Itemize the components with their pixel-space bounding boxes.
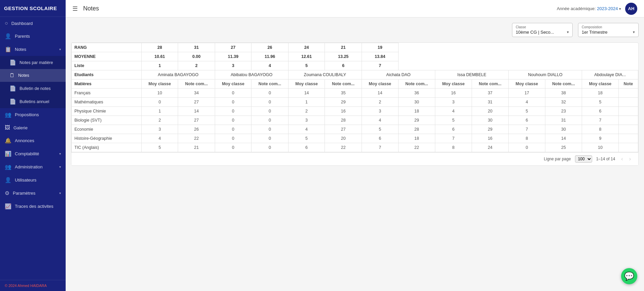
sidebar-item-notes-sub[interactable]: 🗒 Notes (0, 69, 66, 82)
classe-arrow[interactable]: ▾ (567, 30, 569, 34)
moy-4-4: 6 (435, 125, 472, 134)
col-moy-7a: Moy classe (582, 79, 619, 89)
moy-6-6: 10 (582, 143, 619, 152)
moy-2-2: 2 (288, 107, 325, 116)
note-0-3: 36 (398, 89, 435, 98)
note-0-4: 37 (472, 89, 508, 98)
moy-5-6: 9 (582, 134, 619, 143)
moy-5-3: 6 (362, 134, 398, 143)
composition-arrow[interactable]: ▾ (633, 30, 635, 34)
rows-per-page-select[interactable]: 100 50 25 (575, 155, 592, 163)
parents-icon: 👤 (5, 33, 11, 39)
administration-icon: 👥 (5, 164, 11, 170)
col-note-1a: Note com... (178, 79, 215, 89)
moy-1-5: 4 (509, 98, 545, 107)
note-1-6 (618, 98, 638, 107)
composition-label: Composistion (582, 25, 635, 29)
year-label: Année académique: 2023-2024 ▾ (557, 6, 621, 11)
note-5-5: 14 (545, 134, 582, 143)
notes-icon: 📋 (5, 46, 11, 53)
notes-table-container: RANG 28 31 27 26 24 21 19 MOYENNE 10.61 … (71, 42, 639, 166)
notes-sub-icon: 🗒 (9, 72, 15, 78)
subject-name-2: Physique Chimie (72, 107, 142, 116)
year-dropdown-icon[interactable]: ▾ (619, 7, 621, 11)
ligne-par-page-label: Ligne par page (544, 157, 571, 161)
year-value[interactable]: 2023-2024 (597, 6, 618, 11)
bulletins-annuel-icon: 📄 (9, 98, 16, 105)
topbar-title: Notes (83, 5, 551, 12)
table-row: TIC (Anglais)5210062272282402510 (72, 143, 638, 152)
sidebar-label-notes: Notes (15, 47, 56, 52)
topbar-right: Année académique: 2023-2024 ▾ AH (557, 3, 637, 15)
col-moy-2a: Moy classe (215, 79, 251, 89)
avatar[interactable]: AH (625, 3, 637, 15)
sidebar-item-annonces[interactable]: 🔔 Annonces (0, 134, 66, 147)
sidebar-item-administration[interactable]: 👥 Administration ▾ (0, 160, 66, 173)
sidebar-item-notes[interactable]: 📋 Notes ▾ (0, 43, 66, 56)
moy-4-0: 3 (141, 125, 178, 134)
moy-5-0: 4 (141, 134, 178, 143)
header-liste-row: Liste 1 2 3 4 5 6 7 (72, 61, 638, 70)
note-2-5: 23 (545, 107, 582, 116)
sidebar-label-parents: Parents (15, 34, 61, 39)
sidebar-item-propositions[interactable]: 👥 Propositions (0, 108, 66, 121)
sidebar-item-parents[interactable]: 👤 Parents (0, 30, 66, 43)
sidebar-label-administration: Administration (15, 164, 56, 169)
note-3-1: 0 (251, 116, 288, 125)
moy-2-1: 0 (215, 107, 251, 116)
liste-7: 7 (362, 61, 398, 70)
sidebar-label-propositions: Propositions (15, 112, 61, 117)
note-6-6 (618, 143, 638, 152)
sidebar-item-notes-par-matiere[interactable]: 📄 Notes par matière (0, 56, 66, 69)
liste-3: 3 (215, 61, 251, 70)
table-row: Mathématiques027001292303314325 (72, 98, 638, 107)
note-4-4: 29 (472, 125, 508, 134)
moy-4-6: 8 (582, 125, 619, 134)
note-0-1: 0 (251, 89, 288, 98)
sidebar-item-galerie[interactable]: 🖼 Galerie (0, 121, 66, 134)
moy-5-1: 0 (215, 134, 251, 143)
moy-s6: 13.25 (325, 52, 362, 61)
moy-s7: 13.84 (362, 52, 398, 61)
classe-selected: 10ème CG | Seco... (516, 30, 554, 35)
moy-3-1: 0 (215, 116, 251, 125)
liste-header: Liste (72, 61, 142, 70)
sidebar-item-comptabilite[interactable]: 📊 Comptabilité ▾ (0, 147, 66, 160)
note-4-3: 28 (398, 125, 435, 134)
student-2: Abibatou BAGAYOGO (215, 70, 288, 79)
subject-name-3: Biologie (SVT) (72, 116, 142, 125)
liste-1: 1 (141, 61, 178, 70)
sidebar-item-traces[interactable]: 📈 Traces des activites (0, 200, 66, 213)
whatsapp-button[interactable]: 💬 (621, 268, 637, 284)
composition-filter[interactable]: Composistion 1er Trimestre ▾ (578, 23, 639, 37)
dashboard-icon: ○ (5, 20, 8, 26)
header-rang-row: RANG 28 31 27 26 24 21 19 (72, 43, 638, 52)
note-4-1: 0 (251, 125, 288, 134)
sidebar-label-comptabilite: Comptabilité (15, 151, 56, 156)
table-row: Physique Chimie114002163184205236 (72, 107, 638, 116)
table-row: Economie326004275286297308 (72, 125, 638, 134)
pagination-next[interactable]: › (627, 155, 633, 163)
sidebar-item-dashboard[interactable]: ○ Dashboard (0, 17, 66, 30)
menu-icon[interactable]: ☰ (72, 5, 78, 12)
pagination-prev[interactable]: ‹ (619, 155, 625, 163)
sidebar-item-parametres[interactable]: ⚙ Paramètres ▾ (0, 187, 66, 200)
note-6-2: 22 (325, 143, 362, 152)
parametres-chevron: ▾ (59, 191, 61, 195)
moy-0-4: 16 (435, 89, 472, 98)
moy-4-3: 5 (362, 125, 398, 134)
notes-submenu: 📄 Notes par matière 🗒 Notes 📄 Bulletin d… (0, 56, 66, 108)
table-row: Biologie (SVT)227003284295306317 (72, 116, 638, 125)
moy-5-4: 7 (435, 134, 472, 143)
sidebar-item-bulletins-annuel[interactable]: 📄 Bulletins annuel (0, 95, 66, 108)
notes-table: RANG 28 31 27 26 24 21 19 MOYENNE 10.61 … (71, 43, 638, 152)
sidebar-item-utilisateurs[interactable]: 👤 Utilisateurs (0, 173, 66, 187)
col-note-4a: Note com... (398, 79, 435, 89)
moy-5-5: 8 (509, 134, 545, 143)
moy-6-0: 5 (141, 143, 178, 152)
student-1: Aminata BAGAYOGO (141, 70, 215, 79)
classe-filter[interactable]: Classe 10ème CG | Seco... ▾ (512, 23, 573, 37)
sidebar-item-bulletin-de-notes[interactable]: 📄 Bulletin de notes (0, 82, 66, 95)
moyenne-header: MOYENNE (72, 52, 142, 61)
liste-6: 6 (325, 61, 362, 70)
